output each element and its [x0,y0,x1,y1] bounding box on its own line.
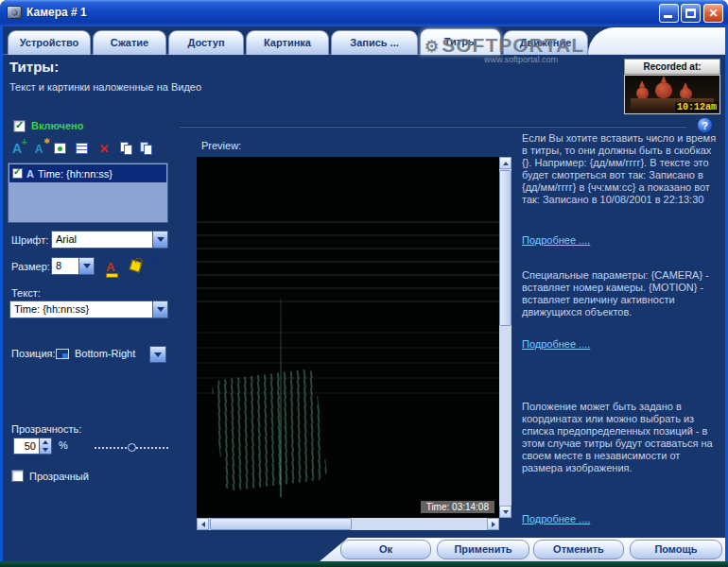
ok-button[interactable]: Ок [340,540,431,559]
tab-device[interactable]: Устройство [8,30,91,55]
titles-list[interactable]: ✓ A Time: {hh:nn:ss} [8,163,168,223]
help-paragraph-date-format: Если Вы хотите вставить число и время в … [522,132,722,206]
horizontal-scroll-thumb[interactable] [210,518,352,530]
font-color-button[interactable]: A [106,258,114,275]
arrow-right-icon [492,522,495,527]
recorded-at-label: Recorded at: [624,59,720,75]
position-dropdown-button[interactable] [149,346,166,363]
tab-motion[interactable]: Движение [503,30,588,55]
arrow-down-icon [43,448,48,452]
titlebar[interactable]: Камера # 1 ✕ [0,0,728,26]
slider-thumb[interactable] [128,443,136,452]
add-text-button[interactable]: A [8,140,26,157]
tab-titles[interactable]: Титры [420,28,501,55]
paint-bucket-icon [130,260,143,273]
window-title: Камера # 1 [26,6,87,19]
video-blinds [197,221,499,311]
text-item-icon: A [26,168,34,180]
video-preview: Time: 03:14:08 [197,157,499,518]
enabled-checkbox[interactable]: ✓ [13,120,26,132]
close-button[interactable]: ✕ [703,4,723,23]
position-label: Позиция: [11,348,56,359]
text-select[interactable]: Time: {hh:nn:ss} [9,301,168,318]
arrow-up-icon [43,440,48,444]
enabled-label[interactable]: Включено [31,120,83,131]
scroll-up-button[interactable] [499,157,511,169]
help-button[interactable]: ? [697,117,713,133]
stepper-down-button[interactable] [40,446,51,454]
video-glow [211,369,328,492]
church-spire [661,76,667,82]
tabbar-swoosh [588,27,725,55]
dropdown-button[interactable] [78,258,94,274]
preview-horizontal-scrollbar[interactable] [197,518,499,530]
transparency-slider[interactable] [95,442,168,454]
add-text-icon: A [12,141,22,156]
transparency-input[interactable]: 50 [13,438,40,455]
transparent-checkbox[interactable] [11,470,24,482]
cancel-button[interactable]: Отменить [533,540,624,559]
watermark-url: www.softportal.com [405,55,558,64]
help-footer-button[interactable]: Помощь [630,540,722,559]
font-value: Arial [56,233,150,245]
window-border-left [0,25,3,561]
preview-vertical-scrollbar[interactable] [499,157,511,518]
arrow-up-icon [503,162,509,165]
apply-button[interactable]: Применить [437,540,529,559]
list-button[interactable] [73,140,92,157]
font-select[interactable]: Arial [51,231,168,249]
tab-recording[interactable]: Запись ... [331,30,418,55]
stepper-up-button[interactable] [40,438,51,446]
more-link[interactable]: Подробнее .... [522,513,590,524]
minimize-icon [664,15,672,18]
scroll-right-button[interactable] [487,518,499,530]
transparent-label[interactable]: Прозрачный [29,471,89,482]
size-select[interactable]: 8 [51,257,95,275]
page-subtitle: Текст и картинки наложенные на Видео [9,81,201,93]
add-picture-button[interactable] [51,140,70,157]
paste-button[interactable] [137,140,156,157]
minimize-button[interactable] [659,4,679,23]
chevron-down-icon [83,264,91,268]
fill-color-button[interactable] [130,261,141,271]
vertical-scroll-thumb[interactable] [499,170,511,326]
list-item[interactable]: ✓ A Time: {hh:nn:ss} [9,164,166,182]
delete-button[interactable]: ✕ [95,140,113,157]
add-field-button[interactable]: A [29,140,48,157]
chevron-down-icon [157,307,165,312]
item-checkbox[interactable]: ✓ [12,168,23,179]
chevron-down-icon [154,352,162,357]
font-color-icon: A [106,260,114,274]
check-icon: ✓ [15,119,24,131]
maximize-button[interactable] [681,4,701,23]
font-label: Шрифт: [11,234,48,246]
more-link[interactable]: Подробнее .... [522,338,590,350]
church-spire [639,80,645,87]
text-label: Текст: [11,287,41,299]
transparency-unit: % [59,439,68,451]
dropdown-button[interactable] [152,301,167,318]
video-time-overlay: Time: 03:14:08 [421,501,494,513]
arrow-left-icon [201,522,205,527]
help-paragraph-position: Положение может быть задано в координата… [522,401,722,474]
bold-font-button[interactable]: F [151,255,161,272]
dropdown-button[interactable] [152,232,167,248]
arrow-down-icon [503,510,509,514]
size-label: Размер: [11,261,50,272]
tab-picture[interactable]: Картинка [246,30,329,55]
tab-compression[interactable]: Сжатие [93,30,166,55]
scroll-left-button[interactable] [197,518,209,530]
header-separator [180,126,686,128]
church-dome [655,82,672,98]
more-link[interactable]: Подробнее .... [522,234,590,246]
picture-icon [54,143,66,154]
tab-access[interactable]: Доступ [168,30,244,55]
copy-button[interactable] [117,140,136,157]
check-icon: ✓ [13,166,21,177]
position-corner-icon [56,349,69,359]
chevron-down-icon [157,237,165,242]
scroll-down-button[interactable] [499,506,511,518]
transparency-stepper[interactable] [40,438,52,455]
close-icon: ✕ [704,5,722,22]
position-value[interactable]: Bottom-Right [75,348,135,359]
